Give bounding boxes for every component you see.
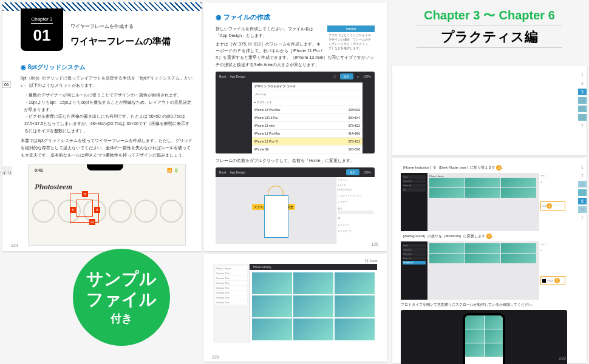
story-circle [160, 200, 183, 223]
paragraph: 8pt（8dp）のグリッドに従ってレイアウトを決定する手法を「8ptグリッドシス… [21, 75, 193, 89]
figma-screenshot-dark: HomeStatus BarHome Ind.Bg Photo Library … [401, 173, 567, 231]
bullet-item: 10ptよりも8pt、15ptよりも16ptを優先することが明確なため、レイアウ… [24, 99, 193, 113]
story-circle [134, 200, 157, 223]
frame-home [264, 195, 288, 238]
sample-file-badge-circle: サンプルファイル 付き [73, 249, 170, 346]
file-name: App Design [230, 74, 245, 79]
list-item: iPhone 13/13 Pro [254, 115, 278, 120]
section-title: Chapter 3 〜 Chapter 6 プラクティス編 [392, 7, 587, 49]
badge-sub: 付き [111, 311, 132, 326]
figma-screenshot-1: Book App Design 🎧 設計 ▷ 100% デザイン プロトタイプ … [216, 72, 375, 153]
measure-badge: 8 [94, 207, 100, 213]
section-heading: 8ptグリッドシステム [21, 62, 193, 72]
canvas [427, 241, 538, 300]
figma-screenshot-2: Book App Design 設計 100% ダブルクリックで名前を変更 デザ… [216, 167, 375, 244]
figma-toolbar: Book App Design 🎧 設計 ▷ 100% [216, 72, 375, 81]
page-title: ワイヤーフレームの準備 [70, 36, 192, 47]
page-number: 229 [559, 356, 566, 360]
story-circles [29, 197, 185, 225]
measure-badge: 8 [70, 207, 76, 213]
phone-mockup: 9:41 📶 🔋 Photosteem 8 8 8 32 [28, 164, 186, 246]
list-item-selected: iPhone 11 Pro / X [254, 139, 278, 144]
side-index-num: 01 [2, 81, 11, 88]
bullet-list: 複数のデザイナーが同じルールに従うことでデザインの一貫性が維持されます。 10p… [21, 92, 193, 135]
list-item: iPhone SE [254, 147, 269, 152]
chapter-tab: Chapter 3 01 [21, 8, 63, 51]
status-bar: 9:41 📶 🔋 [29, 164, 185, 177]
properties-panel: デザイン⊕ Dark 1 [538, 173, 567, 231]
step-marker: 1 [496, 165, 502, 170]
layers-panel: HomeStatus BarHome Ind.Bg [401, 173, 427, 231]
photo-thumbs [429, 178, 536, 198]
measure-badge: 32 [89, 219, 95, 225]
story-circle [32, 200, 55, 223]
frame-preset-panel: デザイン プロトタイプ コード フレーム ▸ タブレット iPhone 13 P… [252, 83, 363, 153]
panel-section: フレーム [254, 92, 267, 96]
play-icon: ▷ [357, 74, 359, 79]
story-circle [109, 200, 132, 223]
prototype-preview [401, 310, 567, 364]
measure-box [76, 200, 93, 217]
figma-screenshot-grid: Photo LibrarySection TitleSection TitleS… [213, 264, 377, 343]
caption: ［Background］の塗りを［#000000］に変更します 2。 [401, 234, 567, 239]
list-item: iPhone 11 Pro Max [254, 131, 281, 136]
chapter-tabs: 1 2 3 4 5 6 7 [578, 164, 587, 221]
list-item: iPhone 13 mini [254, 123, 274, 128]
memo-head: memo [327, 25, 375, 33]
page-number: 125 [371, 241, 378, 248]
section-heading: ファイルの作成 [216, 12, 375, 23]
back-label: Book [219, 74, 226, 79]
side-index-text: ワイヤーフレームの準備 [2, 166, 12, 175]
photo-grid [250, 270, 377, 343]
chapter-number: 01 [21, 26, 63, 45]
figma-canvas: ダブルクリックで名前を変更 デザインX 0 Y 0W 375 H 812 レイア… [216, 177, 375, 244]
memo-body: アプリではなくウェブサイトのデザインの場合、フレームのテンプレートから［デスクト… [327, 32, 375, 52]
paragraph: 本書では8ptグリッドシステムを使ってワイヤーフレームを作成します。ただし、グリ… [21, 137, 193, 159]
measure-badge: 8 [82, 191, 88, 197]
eyebrow: ワイヤーフレームを作成する [70, 23, 192, 30]
zoom-level: 100% [363, 74, 371, 79]
page-right-upper: 1 2 3 4 5 6 7 [392, 66, 587, 155]
page-125: ファイルの作成 memo アプリではなくウェブサイトのデザインの場合、フレームの… [203, 2, 387, 251]
properties-panel: デザイン⊕ 000000 2 [538, 241, 567, 300]
phone-frame [463, 313, 505, 364]
caption: ［Home Indicator］を［Dark Mode: true］に切り替えま… [401, 165, 567, 170]
layers-panel: HomeStatus BarNavigationHome Ind.Backgro… [401, 241, 427, 300]
row-label: 行 Row [213, 258, 377, 264]
status-icons: 📶 🔋 [167, 167, 179, 174]
layers-panel: Photo LibrarySection TitleSection TitleS… [213, 264, 250, 343]
page-number: 124 [11, 243, 18, 248]
phone-notch [87, 164, 123, 170]
page-229: 1 2 3 4 5 6 7 ［Home Indicator］を［Dark Mod… [392, 158, 587, 363]
app-brand: Photosteem [29, 177, 185, 197]
canvas: Photo Library [427, 173, 538, 231]
chapter-tabs: 1 2 3 4 5 6 7 [578, 72, 587, 129]
list-item: ▸ タブレット [254, 99, 272, 104]
properties-panel: デザインX 0 Y 0W 375 H 812 レイアウトグリッド + レイヤー … [336, 177, 375, 244]
memo-box: memo アプリではなくウェブサイトのデザインの場合、フレームのテンプレートから… [327, 25, 375, 52]
figma-screenshot-bg: HomeStatus BarNavigationHome Ind.Backgro… [401, 241, 567, 300]
list-item: iPhone 13 Pro Max [254, 107, 281, 112]
chapter-label: Chapter 3 [31, 16, 52, 24]
tab-design: 設計 [340, 73, 353, 79]
headphones-icon: 🎧 [333, 74, 336, 79]
step-marker: 2 [486, 234, 492, 239]
body-text: 8ptグリッドシステム 8pt（8dp）のグリッドに従ってレイアウトを決定する手… [2, 52, 202, 257]
page-228: 行 Row Photo LibrarySection TitleSection … [203, 254, 387, 362]
panel-tabs: デザイン プロトタイプ コード [254, 84, 296, 89]
figma-toolbar: Book App Design 設計 100% [216, 167, 375, 177]
paragraph: フレームの名前をダブルクリックして、名前を「Home」に変更します。 [216, 157, 375, 164]
status-time: 9:41 [35, 167, 43, 174]
page-number: 228 [212, 355, 219, 359]
bullet-item: ピクセル密度に応じた画像の書き出しにも有利です。たとえば 50×50 の@0.7… [24, 113, 193, 135]
section-title-en: Chapter 3 〜 Chapter 6 [392, 7, 587, 24]
badge-text: サンプルファイル [86, 269, 157, 309]
side-index: 01 ワイヤーフレームの準備 [2, 81, 11, 90]
page-124: Chapter 3 01 ワイヤーフレームを作成する ワイヤーフレームの準備 0… [2, 2, 202, 251]
bullet-item: 複数のデザイナーが同じルールに従うことでデザインの一貫性が維持されます。 [24, 92, 193, 99]
caption: プロトタイプを開いて意図通りにスクロールが動作しているか確認してください。 [401, 302, 567, 308]
section-title-jp: プラクティス編 [392, 28, 587, 46]
